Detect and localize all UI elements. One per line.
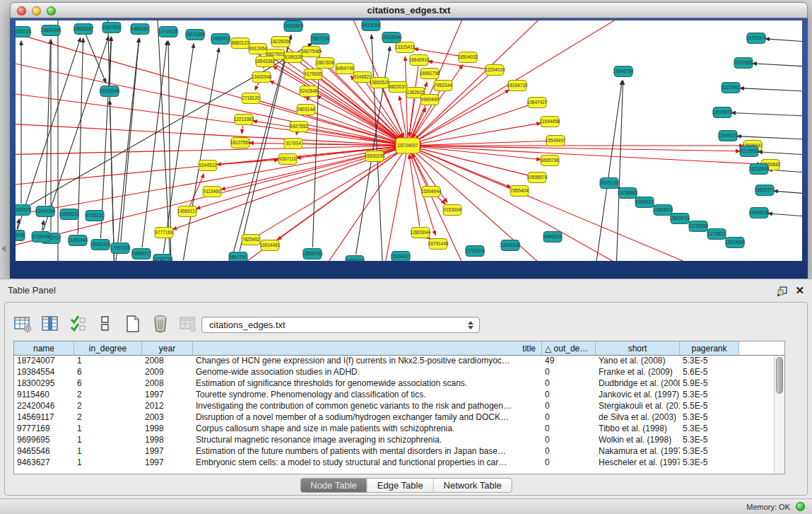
graph-node[interactable]: 9175685 bbox=[304, 69, 322, 80]
graph-node[interactable]: 20055724 bbox=[16, 27, 32, 37]
citation-edge-red[interactable] bbox=[405, 57, 407, 139]
graph-node[interactable]: 14569117 bbox=[177, 206, 198, 217]
citation-edge-black[interactable] bbox=[100, 37, 111, 238]
graph-node[interactable]: 17957223 bbox=[110, 243, 131, 254]
graph-node[interactable]: 15751074 bbox=[746, 33, 767, 44]
float-window-icon[interactable] bbox=[777, 286, 788, 297]
graph-node[interactable]: 2718120 bbox=[242, 93, 260, 104]
graph-node[interactable]: 10983211 bbox=[59, 209, 80, 220]
graph-node[interactable]: 15671385 bbox=[185, 30, 206, 40]
graph-node[interactable]: 19218596 bbox=[382, 33, 402, 43]
graph-node[interactable]: 16914481 bbox=[260, 240, 281, 251]
table-row[interactable]: 2242004622012Investigating the contribut… bbox=[14, 401, 774, 412]
graph-node[interactable]: 13325419 bbox=[395, 42, 416, 53]
graph-node[interactable]: 20260520 bbox=[16, 205, 32, 216]
citation-edge-red[interactable] bbox=[399, 96, 406, 139]
graph-node[interactable]: 18504032 bbox=[458, 52, 478, 63]
graph-node[interactable]: 11451944 bbox=[68, 235, 88, 246]
graph-node[interactable]: 11156883 bbox=[618, 188, 637, 199]
graph-node[interactable]: 11103255 bbox=[688, 221, 708, 232]
citation-edge-black[interactable] bbox=[78, 38, 83, 234]
graph-node[interactable]: 18107554 bbox=[230, 138, 251, 148]
graph-node[interactable]: 10653287 bbox=[73, 24, 94, 35]
graph-node[interactable]: 11544458 bbox=[540, 117, 560, 127]
citation-edge-red[interactable] bbox=[312, 112, 399, 143]
network-canvas[interactable]: 1872400788601238912954182260589827503818… bbox=[16, 21, 802, 261]
citation-edge-red[interactable] bbox=[16, 146, 401, 155]
column-header-year[interactable]: year bbox=[142, 341, 193, 355]
citation-edge-black[interactable] bbox=[758, 152, 802, 155]
citation-edge-black[interactable] bbox=[737, 136, 802, 139]
tab-network-table[interactable]: Network Table bbox=[434, 479, 512, 492]
graph-node[interactable]: 16164730 bbox=[507, 81, 528, 91]
citation-edge-red[interactable] bbox=[428, 62, 488, 69]
citation-edge-black[interactable] bbox=[740, 88, 802, 91]
citation-edge-black[interactable] bbox=[731, 113, 802, 116]
tab-node-table[interactable]: Node Table bbox=[300, 479, 367, 492]
graph-node[interactable]: 8486160 bbox=[131, 24, 149, 35]
graph-node[interactable]: 8912954 bbox=[249, 44, 267, 54]
graph-node[interactable]: 11791236 bbox=[465, 246, 486, 257]
graph-node[interactable]: 8454749 bbox=[336, 64, 354, 74]
graph-node[interactable]: 9450472 bbox=[346, 256, 364, 262]
graph-node[interactable]: 20691406 bbox=[41, 25, 61, 36]
graph-node[interactable]: 16033809 bbox=[283, 21, 304, 32]
graph-node[interactable]: 2803144 bbox=[297, 105, 315, 115]
graph-node[interactable]: 12093872 bbox=[712, 107, 733, 118]
tab-edge-table[interactable]: Edge Table bbox=[367, 479, 434, 492]
table-row[interactable]: 1872400712008Changes of HCN gene express… bbox=[14, 356, 774, 367]
graph-node[interactable]: 18724007 bbox=[396, 138, 420, 153]
graph-node[interactable]: 9857791 bbox=[229, 252, 247, 262]
graph-node[interactable]: 8860123 bbox=[231, 38, 249, 49]
citation-edge-red[interactable] bbox=[16, 147, 401, 218]
column-header-short[interactable]: short bbox=[596, 341, 680, 355]
column-header-title[interactable]: title bbox=[193, 341, 542, 355]
graph-node[interactable]: 8822037 bbox=[389, 82, 407, 93]
graph-node[interactable]: 2867608 bbox=[316, 58, 334, 69]
graph-node[interactable]: 16782759 bbox=[153, 255, 173, 262]
citation-edge-red[interactable] bbox=[414, 146, 541, 160]
delete-column-icon[interactable] bbox=[151, 315, 170, 333]
citation-edge-red[interactable] bbox=[416, 105, 531, 143]
graph-node[interactable]: 15824731 bbox=[670, 214, 690, 224]
graph-node[interactable]: 9244512 bbox=[199, 160, 217, 171]
citation-edge-red[interactable] bbox=[307, 98, 308, 100]
graph-node[interactable]: 20153346 bbox=[100, 86, 120, 97]
table-mode-icon[interactable] bbox=[13, 315, 32, 333]
graph-node[interactable]: 10599755 bbox=[302, 249, 323, 259]
table-source-select[interactable]: citations_edges.txt bbox=[201, 317, 480, 333]
table-row[interactable]: 1830029562008Estimation of significance … bbox=[14, 378, 774, 390]
citation-edge-black[interactable] bbox=[45, 40, 50, 205]
citation-edge-black[interactable] bbox=[157, 21, 171, 261]
network-graph[interactable]: 1872400788601238912954182260589827503818… bbox=[16, 21, 802, 261]
citation-edge-red[interactable] bbox=[242, 126, 243, 134]
close-panel-icon[interactable]: ✕ bbox=[795, 284, 804, 297]
table-scrollbar[interactable] bbox=[774, 356, 784, 474]
scrollbar-thumb[interactable] bbox=[776, 357, 783, 394]
graph-node[interactable]: 9505135 bbox=[600, 178, 618, 189]
graph-node[interactable]: 9115460 bbox=[203, 187, 221, 197]
citation-edge-red[interactable] bbox=[214, 160, 278, 165]
graph-node[interactable]: 12803044 bbox=[411, 228, 431, 238]
graph-node[interactable]: 15304944 bbox=[421, 187, 442, 197]
citation-edge-black[interactable] bbox=[753, 64, 802, 66]
graph-node[interactable]: 9267110 bbox=[278, 154, 297, 165]
window-titlebar[interactable]: citations_edges.txt bbox=[10, 2, 808, 18]
graph-node[interactable]: 10647427 bbox=[527, 98, 548, 108]
graph-node[interactable]: 8813054 bbox=[362, 21, 380, 31]
citation-edge-black[interactable] bbox=[768, 214, 802, 216]
citation-edge-red[interactable] bbox=[417, 141, 549, 145]
graph-node[interactable]: 9990440 bbox=[420, 95, 439, 105]
graph-node[interactable]: 16210643 bbox=[749, 164, 770, 175]
graph-node[interactable]: 10596574 bbox=[527, 173, 548, 183]
graph-node[interactable]: 9735121 bbox=[86, 211, 104, 221]
graph-node[interactable]: 15051355 bbox=[90, 240, 111, 250]
citation-edge-red[interactable] bbox=[383, 152, 406, 261]
graph-node[interactable]: 15094394 bbox=[35, 206, 56, 217]
table-row[interactable]: 946554611997Estimation of the future num… bbox=[14, 446, 774, 457]
column-header-out_de[interactable]: △ out_de… bbox=[542, 341, 596, 355]
graph-node[interactable]: 9827546 bbox=[302, 47, 320, 57]
graph-node[interactable]: 1279822 bbox=[707, 229, 726, 240]
table-row[interactable]: 969969511998Structural magnetic resonanc… bbox=[14, 435, 774, 446]
graph-node[interactable]: 15549497 bbox=[546, 136, 566, 146]
